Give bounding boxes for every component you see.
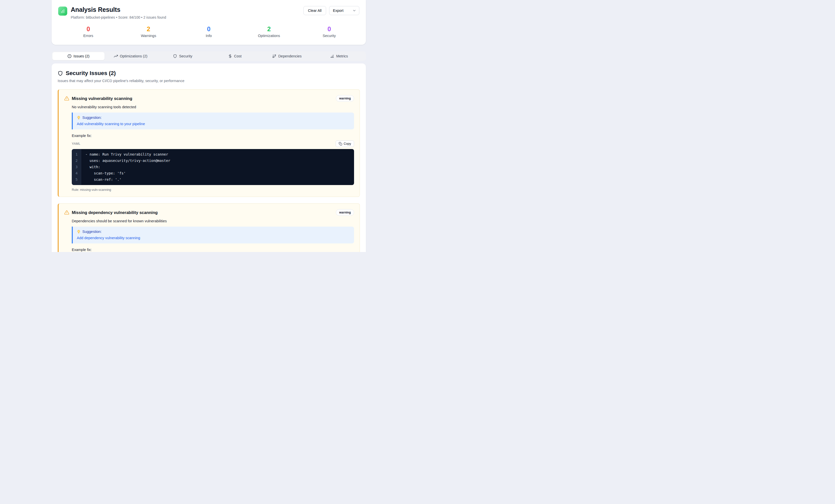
tab-cost[interactable]: Cost — [209, 52, 261, 60]
stat-info-label: Info — [179, 34, 239, 38]
dollar-sign-icon — [228, 54, 232, 58]
lightbulb-icon — [77, 230, 81, 234]
issue-description: No vulnerability scanning tools detected — [72, 105, 354, 109]
line-number: 4 — [72, 170, 81, 176]
line-number: 2 — [72, 158, 81, 164]
tab-metrics-label: Metrics — [336, 54, 348, 58]
copy-button[interactable]: Copy — [336, 141, 354, 147]
stat-optimizations-value: 2 — [239, 25, 299, 33]
tab-security-label: Security — [179, 54, 192, 58]
code-line: uses: aquasecurity/trivy-action@master — [81, 158, 170, 164]
export-select-value: Export — [333, 8, 344, 13]
stats-row: 0 Errors 2 Warnings 0 Info 2 Optimizatio… — [58, 25, 359, 38]
page-title: Analysis Results — [71, 6, 166, 13]
issue-card-missing-vulnerability-scanning: Missing vulnerability scanning warning N… — [58, 89, 360, 197]
stat-info: 0 Info — [179, 25, 239, 38]
bar-chart-icon — [330, 54, 334, 58]
severity-badge: warning — [336, 95, 354, 102]
stat-optimizations-label: Optimizations — [239, 34, 299, 38]
shield-icon — [58, 71, 63, 76]
stat-warnings-value: 2 — [118, 25, 179, 33]
issue-description: Dependencies should be scanned for known… — [72, 219, 354, 223]
line-number: 1 — [72, 151, 81, 158]
stat-optimizations: 2 Optimizations — [239, 25, 299, 38]
suggestion-text: Add dependency vulnerability scanning — [77, 236, 350, 240]
suggestion-box: Suggestion: Add dependency vulnerability… — [72, 227, 354, 244]
trending-up-icon — [114, 54, 118, 58]
line-number: 5 — [72, 176, 81, 183]
tab-cost-label: Cost — [234, 54, 242, 58]
clear-all-button[interactable]: Clear All — [303, 6, 326, 15]
suggestion-text: Add vulnerability scanning to your pipel… — [77, 122, 350, 126]
tab-dependencies[interactable]: Dependencies — [261, 52, 313, 60]
section-title: Security Issues (2) — [66, 70, 116, 77]
warning-triangle-icon — [64, 96, 69, 101]
code-line: scan-ref: '.' — [81, 176, 121, 183]
stat-errors-value: 0 — [58, 25, 118, 33]
line-number: 3 — [72, 164, 81, 170]
tab-security[interactable]: Security — [157, 52, 209, 60]
tab-bar: Issues (2) Optimizations (2) Security Co… — [52, 51, 366, 61]
lightbulb-icon — [77, 116, 81, 120]
stat-errors: 0 Errors — [58, 25, 118, 38]
code-block: 1- name: Run Trivy vulnerability scanner… — [72, 149, 354, 185]
tab-optimizations-label: Optimizations (2) — [120, 54, 147, 58]
stat-security: 0 Security — [299, 25, 359, 38]
code-line: with: — [81, 164, 100, 170]
tab-optimizations[interactable]: Optimizations (2) — [104, 52, 157, 60]
suggestion-label: Suggestion: — [82, 115, 102, 120]
code-line: scan-type: 'fs' — [81, 170, 126, 176]
section-subtitle: Issues that may affect your CI/CD pipeli… — [58, 79, 360, 83]
example-fix-label: Example fix: — [72, 134, 354, 138]
tab-issues[interactable]: Issues (2) — [53, 52, 104, 60]
tab-issues-label: Issues (2) — [74, 54, 90, 58]
warning-triangle-icon — [64, 210, 69, 215]
issue-title: Missing vulnerability scanning — [72, 96, 132, 101]
stat-warnings: 2 Warnings — [118, 25, 179, 38]
language-label: YAML — [72, 142, 80, 146]
issues-panel: Security Issues (2) Issues that may affe… — [52, 63, 366, 252]
tab-metrics[interactable]: Metrics — [313, 52, 365, 60]
shield-icon — [173, 54, 177, 58]
stat-warnings-label: Warnings — [118, 34, 179, 38]
analysis-logo-icon — [58, 6, 67, 16]
stat-security-label: Security — [299, 34, 359, 38]
rule-label: Rule: missing-vuln-scanning — [72, 188, 354, 192]
stat-security-value: 0 — [299, 25, 359, 33]
suggestion-box: Suggestion: Add vulnerability scanning t… — [72, 112, 354, 129]
issue-card-missing-dependency-vulnerability-scanning: Missing dependency vulnerability scannin… — [58, 204, 360, 252]
example-fix-label: Example fix: — [72, 248, 354, 252]
alert-circle-icon — [67, 54, 72, 58]
severity-badge: warning — [336, 209, 354, 216]
git-branch-icon — [272, 54, 276, 58]
tab-dependencies-label: Dependencies — [278, 54, 302, 58]
suggestion-label: Suggestion: — [82, 230, 102, 234]
chevron-down-icon — [352, 8, 356, 13]
copy-button-label: Copy — [344, 142, 351, 146]
stat-errors-label: Errors — [58, 34, 118, 38]
issue-title: Missing dependency vulnerability scannin… — [72, 210, 158, 215]
page-subtitle: Platform: bitbucket-pipelines • Score: 8… — [71, 15, 166, 19]
analysis-results-header: Analysis Results Platform: bitbucket-pip… — [52, 0, 366, 45]
copy-icon — [339, 142, 342, 146]
page-container: Analysis Results Platform: bitbucket-pip… — [52, 0, 366, 252]
code-line: - name: Run Trivy vulnerability scanner — [81, 151, 168, 158]
export-select[interactable]: Export — [329, 6, 359, 15]
stat-info-value: 0 — [179, 25, 239, 33]
